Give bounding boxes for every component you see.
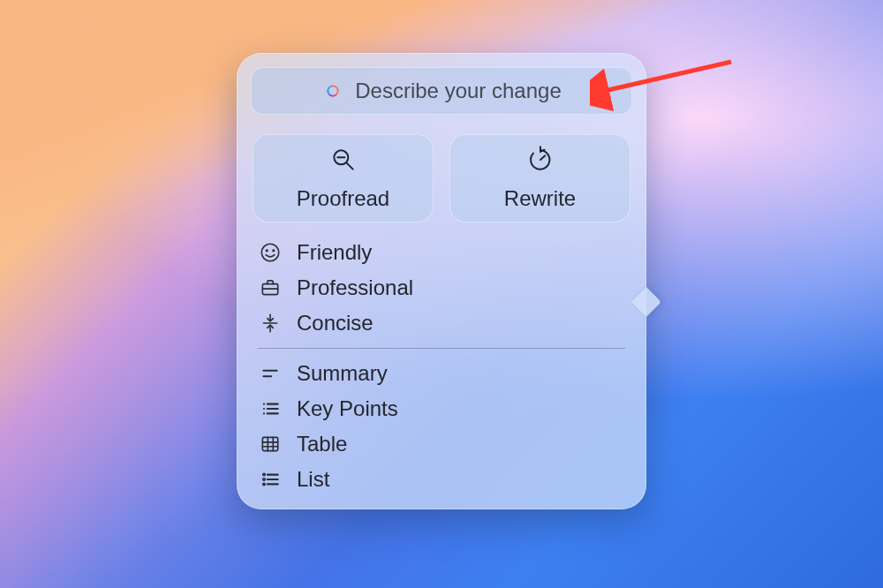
svg-line-7	[540, 155, 545, 160]
describe-change-placeholder: Describe your change	[355, 79, 561, 103]
svg-point-10	[273, 250, 275, 252]
table-grid-icon	[258, 432, 283, 456]
search-check-icon	[329, 146, 358, 179]
format-option-key-points[interactable]: Key Points	[256, 391, 627, 426]
bullet-list-icon	[258, 396, 283, 421]
svg-point-9	[266, 250, 268, 252]
tone-option-concise[interactable]: Concise	[256, 305, 627, 341]
svg-point-22	[263, 412, 265, 414]
menu-item-label: Summary	[297, 361, 388, 386]
writing-tools-panel: Describe your change Proofread Rewri	[237, 53, 646, 509]
svg-line-5	[346, 162, 352, 169]
tone-option-friendly[interactable]: Friendly	[256, 235, 627, 270]
lines-short-icon	[258, 361, 283, 386]
menu-divider	[258, 348, 625, 349]
refresh-arrow-icon	[526, 146, 555, 179]
primary-actions-row: Proofread Rewrite	[253, 134, 630, 222]
svg-rect-24	[262, 437, 277, 450]
menu-item-label: Concise	[297, 311, 374, 335]
svg-point-8	[261, 244, 279, 261]
menu-item-label: List	[297, 467, 329, 492]
svg-point-20	[263, 408, 265, 410]
menu-item-label: Professional	[297, 275, 413, 300]
proofread-button[interactable]: Proofread	[253, 134, 434, 222]
format-option-list[interactable]: List	[256, 462, 627, 497]
format-option-summary[interactable]: Summary	[256, 356, 627, 391]
tone-option-professional[interactable]: Professional	[256, 270, 627, 305]
rewrite-label: Rewrite	[504, 186, 576, 211]
briefcase-icon	[258, 275, 283, 300]
rewrite-button[interactable]: Rewrite	[449, 134, 630, 222]
svg-point-29	[263, 473, 265, 475]
apple-intelligence-logo-icon	[321, 79, 344, 102]
svg-point-18	[263, 403, 265, 405]
describe-change-input[interactable]: Describe your change	[251, 67, 632, 115]
options-menu: Friendly Professional	[251, 235, 632, 497]
menu-item-label: Key Points	[297, 396, 398, 421]
svg-point-31	[263, 479, 265, 480]
smile-icon	[258, 240, 283, 265]
menu-item-label: Table	[297, 432, 347, 456]
collapse-vertical-icon	[258, 311, 283, 335]
format-option-table[interactable]: Table	[256, 426, 627, 462]
menu-item-label: Friendly	[297, 240, 372, 265]
numbered-list-icon	[258, 467, 283, 492]
svg-point-33	[263, 483, 265, 485]
proofread-label: Proofread	[297, 186, 389, 211]
